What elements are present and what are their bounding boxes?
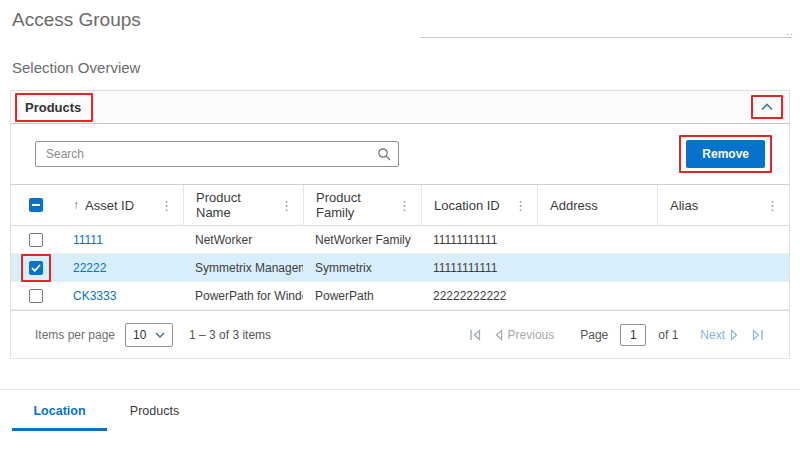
range-text: 1 – 3 of 3 items — [189, 328, 271, 342]
table-row[interactable]: CK3333 PowerPath for Windo... PowerPath … — [11, 282, 789, 310]
asset-id-link[interactable]: CK3333 — [73, 289, 116, 303]
table-toolbar: Remove — [11, 124, 789, 180]
collapse-button[interactable] — [759, 101, 775, 113]
column-header-location-id[interactable]: Location ID ⋮ — [421, 185, 537, 225]
product-name-cell: PowerPath for Windo... — [183, 289, 303, 303]
last-page-button[interactable] — [751, 329, 765, 341]
products-table: ↑ Asset ID ⋮ Product Name ⋮ Product Fami… — [11, 184, 789, 358]
next-label: Next — [700, 328, 725, 342]
product-family-cell: Symmetrix — [303, 261, 421, 275]
select-all-cell — [11, 198, 61, 212]
row-checkbox-cell — [11, 233, 61, 247]
row-checkbox-cell — [11, 261, 61, 275]
tab-products[interactable]: Products — [107, 390, 202, 431]
column-header-product-name[interactable]: Product Name ⋮ — [183, 185, 303, 225]
product-family-cell: NetWorker Family — [303, 233, 421, 247]
product-name-cell: NetWorker — [183, 233, 303, 247]
items-per-page-select[interactable]: 10 — [125, 323, 173, 347]
last-page-icon — [751, 329, 765, 341]
column-header-asset-id[interactable]: ↑ Asset ID ⋮ — [61, 185, 183, 225]
previous-page-button[interactable]: Previous — [494, 328, 555, 342]
remove-button[interactable]: Remove — [686, 140, 765, 168]
row-checkbox[interactable] — [29, 233, 43, 247]
page: Access Groups .. Selection Overview Prod… — [0, 0, 800, 454]
column-header-product-family[interactable]: Product Family ⋮ — [303, 185, 421, 225]
items-per-page-value: 10 — [133, 328, 146, 342]
row-checkbox[interactable] — [29, 289, 43, 303]
asset-id-link[interactable]: 22222 — [73, 261, 106, 275]
table-row[interactable]: 11111 NetWorker NetWorker Family 1111111… — [11, 226, 789, 254]
table-header-row: ↑ Asset ID ⋮ Product Name ⋮ Product Fami… — [11, 184, 789, 226]
select-all-checkbox[interactable] — [29, 198, 43, 212]
items-per-page-label: Items per page — [35, 328, 115, 342]
column-menu-icon[interactable]: ⋮ — [764, 198, 781, 213]
panel-title: Products — [25, 100, 81, 115]
search-input[interactable] — [35, 141, 399, 167]
column-label: Asset ID — [85, 198, 134, 213]
check-icon — [31, 264, 41, 272]
first-page-icon — [468, 329, 482, 341]
column-label: Address — [550, 198, 598, 213]
previous-label: Previous — [508, 328, 555, 342]
sort-ascending-icon: ↑ — [73, 198, 79, 212]
column-label: Alias — [670, 198, 698, 213]
table-footer: Items per page 10 1 – 3 of 3 items Previ… — [11, 310, 789, 358]
column-menu-icon[interactable]: ⋮ — [512, 198, 529, 213]
row-checkbox-cell — [11, 289, 61, 303]
column-menu-icon[interactable]: ⋮ — [278, 198, 295, 213]
column-label: Location ID — [434, 198, 500, 213]
panel-header: Products — [11, 91, 789, 124]
top-divider — [420, 37, 792, 38]
column-label: Product Family — [316, 190, 396, 220]
section-title: Selection Overview — [12, 58, 800, 78]
chevron-up-icon — [761, 103, 773, 111]
search-wrap — [35, 141, 399, 167]
tab-bar: Location Products — [0, 390, 800, 431]
row-checkbox[interactable] — [29, 261, 43, 275]
location-id-cell: 11111111111 — [421, 261, 537, 275]
page-number-input[interactable] — [620, 324, 646, 346]
location-id-cell: 11111111111 — [421, 233, 537, 247]
next-page-button[interactable]: Next — [700, 328, 739, 342]
column-label: Product Name — [196, 190, 278, 220]
pagination: Previous Page of 1 Next — [468, 324, 765, 346]
previous-icon — [494, 329, 503, 341]
page-count-label: of 1 — [658, 328, 678, 342]
asset-id-link[interactable]: 11111 — [73, 233, 103, 247]
page-title: Access Groups — [0, 0, 800, 32]
first-page-button[interactable] — [468, 329, 482, 341]
product-name-cell: Symmetrix Managem... — [183, 261, 303, 275]
column-header-address[interactable]: Address — [537, 185, 657, 225]
next-icon — [730, 329, 739, 341]
overflow-dots: .. — [786, 26, 794, 37]
table-row[interactable]: 22222 Symmetrix Managem... Symmetrix 111… — [11, 254, 789, 282]
products-panel: Products Remove — [10, 90, 790, 359]
column-menu-icon[interactable]: ⋮ — [158, 198, 175, 213]
page-label: Page — [580, 328, 608, 342]
chevron-down-icon — [155, 332, 165, 338]
column-menu-icon[interactable]: ⋮ — [396, 198, 413, 213]
location-id-cell: 22222222222 — [421, 289, 537, 303]
search-icon — [377, 147, 391, 165]
product-family-cell: PowerPath — [303, 289, 421, 303]
tab-location[interactable]: Location — [12, 390, 107, 431]
indeterminate-mark — [32, 204, 40, 206]
column-header-alias[interactable]: Alias ⋮ — [657, 185, 789, 225]
